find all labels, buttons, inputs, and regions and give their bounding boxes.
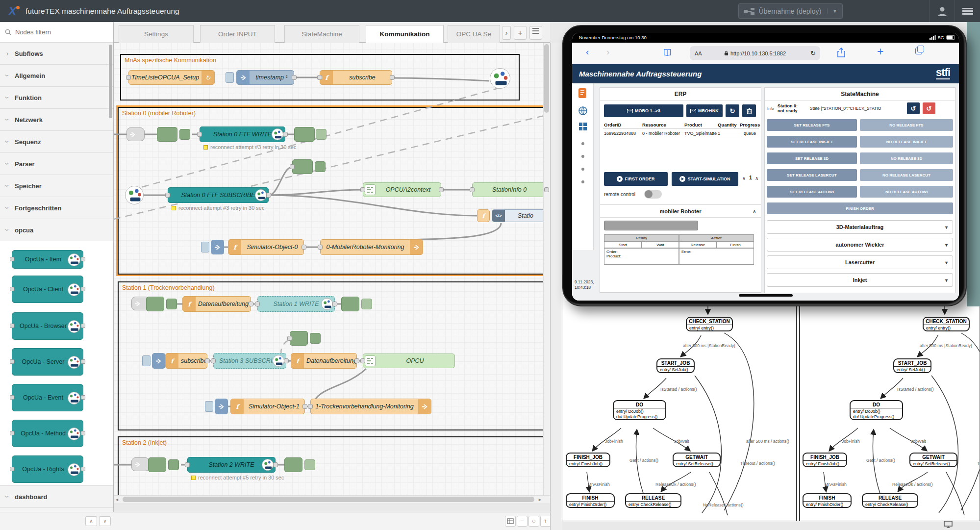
tab-settings[interactable]: Settings [119,25,194,43]
refresh-button[interactable]: ↻ [726,104,739,117]
share-icon[interactable] [837,48,846,57]
node-green-button[interactable] [166,299,177,309]
node-green-button[interactable] [310,333,321,344]
tab-scroll-right-button[interactable]: › [502,26,511,40]
node-timestamp[interactable]: timestamp ¹ [236,70,294,85]
node-opcua2context[interactable]: OPCUA2context [363,182,441,197]
back-button[interactable]: ‹ [586,47,589,57]
palette-node-opcua-browser[interactable]: OpcUa - Browser [12,312,83,340]
node-station1-write-disabled[interactable]: Station 1 WRITE [257,296,335,312]
set-release-inkjet-button[interactable]: SET RELEASE INKJET [767,136,857,148]
tab-order-input[interactable]: Order INPUT [200,25,275,43]
palette-category-speicher[interactable]: ›Speicher [0,175,113,197]
palette-category-opcua[interactable]: ›opcua [0,219,113,241]
no-release-3d-button[interactable]: NO RELEASE 3D [860,152,953,164]
node-green-button[interactable] [168,459,179,470]
navigator-button[interactable] [505,516,516,527]
palette-node-opcua-rights[interactable]: OpcUa - Rights [12,455,83,483]
palette-category-dashboard[interactable]: ›dashboard [0,486,113,508]
h-scroll-right-arrow[interactable]: ► [538,497,542,502]
node-green-filter[interactable] [148,457,166,472]
palette-node-opcua-method[interactable]: OpcUa - Method [12,420,83,447]
palette-category-netzwerk[interactable]: ›Netzwerk [0,109,113,131]
inject-button[interactable] [226,72,234,83]
flow-list-button[interactable] [529,26,542,40]
node-green-filter[interactable] [292,159,313,174]
presentation-icon[interactable] [944,521,953,529]
node-timeliste-setup[interactable]: TimeListeOPCUA_Setup↻ [128,70,215,85]
node-green-button[interactable] [315,161,326,172]
no-release-lasercut-button[interactable]: NO RELEASE LASERCUT [860,169,953,181]
redo-button[interactable]: ↺ [923,102,935,114]
start-simulation-button[interactable]: START-SIMULATION [672,172,738,186]
mro-ink-button[interactable]: MRO+INK [686,104,723,117]
node-station2-write[interactable]: Station 2 WRITE [187,457,276,473]
set-release-3d-button[interactable]: SET RELEASE 3D [767,152,857,164]
orders-tab-icon[interactable] [577,87,589,100]
palette-node-opcua-server[interactable]: OpcUa - Server [12,348,83,376]
inject-button[interactable] [201,242,209,252]
new-tab-button[interactable]: + [877,45,883,58]
node-link-in[interactable] [131,457,150,471]
node-simulator-object-1[interactable]: fSimulator-Object-1 [230,399,305,414]
count-up-button[interactable]: ∧ [755,176,758,181]
deploy-caret-icon[interactable]: ▼ [827,8,837,14]
palette-node-opcua-item[interactable]: OpcUa - Item [12,250,83,269]
node-link-in[interactable] [126,127,145,141]
node-stationinfo0[interactable]: StationInfo 0 [472,182,547,197]
deploy-button[interactable]: Übernahme (deploy) ▼ [738,3,843,19]
node-station3-subscribe-disabled[interactable]: Station 3 SUBSCRIBE [213,353,286,369]
dropdown-3d-materialauftrag[interactable]: 3D-Materialauftrag▾ [767,220,953,234]
add-flow-button[interactable]: + [514,26,527,40]
node-green-filter[interactable] [157,127,177,142]
expand-all-button[interactable]: ∨ [99,516,111,526]
node-datenaufbereitung-1[interactable]: fDatenaufbereitung [182,296,251,312]
search-input[interactable] [15,28,94,36]
delete-button[interactable] [742,104,756,117]
node-green-button[interactable] [361,299,372,309]
main-menu-button[interactable] [962,6,973,16]
node-green-button[interactable] [316,129,327,140]
set-release-fts-button[interactable]: SET RELEASE FTS [767,119,857,131]
reload-button[interactable]: ↻ [810,50,816,57]
tab-opcua-server[interactable]: OPC UA Se [448,25,500,43]
inject-button[interactable] [205,401,213,412]
palette-category-allgemein[interactable]: ›Allgemein [0,65,113,87]
node-opcua2context-cut[interactable]: OPCU [363,353,455,368]
node-green-button[interactable] [179,129,190,140]
moro-button[interactable]: MORO 1-->3 [604,104,683,117]
node-subscribe-fn[interactable]: fsubscribe [165,353,207,369]
node-station0-ftf-write[interactable]: Station 0 FTF WRITE [200,126,285,142]
node-station0-ftf-subscribe[interactable]: Station 0 FTF SUBSCRIBE [168,187,269,203]
palette-search[interactable] [0,22,113,43]
forward-button[interactable]: › [606,47,609,57]
node-trockenvorbehandlung-monitoring[interactable]: 1-Trockenvorbehandlung-Monitoring [310,399,431,414]
set-release-autowi-button[interactable]: SET RELEASE AUTOWI [767,186,857,198]
node-inject[interactable] [215,399,228,414]
palette-category-subflows[interactable]: ›Subflows [0,43,113,65]
palette-category-funktion[interactable]: ›Funktion [0,87,113,109]
set-release-lasercut-button[interactable]: SET RELEASE LASERCUT [767,169,857,181]
zoom-out-button[interactable]: − [517,516,528,527]
tabs-icon[interactable] [915,48,922,54]
node-green-filter[interactable] [290,331,308,346]
no-release-fts-button[interactable]: NO RELEASE FTS [860,119,953,131]
node-inject[interactable] [211,240,224,254]
node-green-filter[interactable] [294,127,315,142]
grid-tab-icon[interactable] [578,122,588,131]
palette-category-parser[interactable]: ›Parser [0,153,113,175]
tab-kommunikation[interactable]: Kommunikation [366,25,444,43]
finish-order-button[interactable]: FINISH ORDER [767,202,953,214]
no-release-autowi-button[interactable]: NO RELEASE AUTOWI [860,186,953,198]
globe-tab-icon[interactable] [578,106,588,116]
palette-category-fortgeschritten[interactable]: ›Fortgeschritten [0,197,113,219]
palette-node-opcua-client[interactable]: OpcUa - Client [12,276,83,303]
user-menu-button[interactable] [929,0,955,22]
dropdown-autonomer-wickler[interactable]: autonomer Wickler▾ [767,238,953,252]
dropdown-lasercutter[interactable]: Lasercutter▾ [767,255,953,269]
node-mobilerroboter-monitoring[interactable]: 0-MobilerRoboter-Monitoring [320,239,423,255]
h-scroll-thumb[interactable] [123,497,534,502]
node-green-filter[interactable] [341,297,359,311]
bookmarks-icon[interactable] [663,48,672,57]
node-green-filter[interactable] [284,457,302,472]
